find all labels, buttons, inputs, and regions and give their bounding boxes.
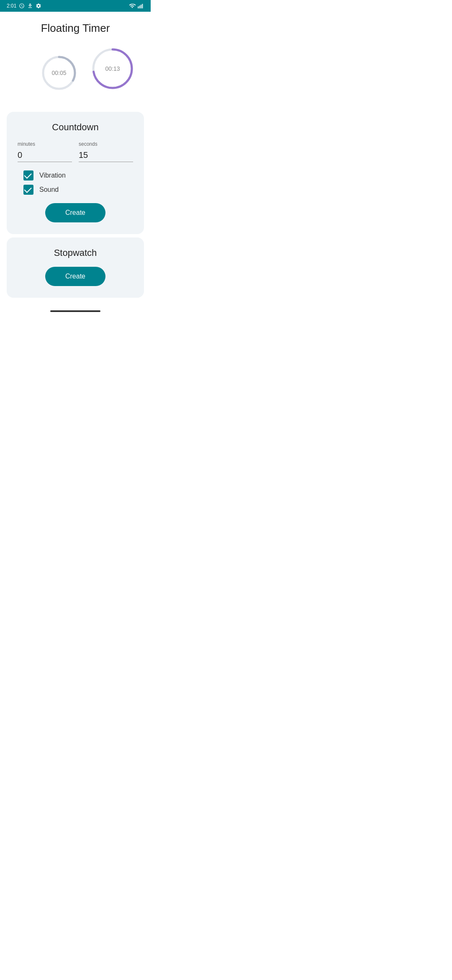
sound-checkbox[interactable] — [23, 185, 33, 195]
vibration-checkbox[interactable] — [23, 170, 33, 181]
minutes-group: minutes — [18, 141, 72, 162]
sound-label: Sound — [39, 186, 59, 193]
timers-area: 00:05 00:13 — [7, 41, 144, 108]
page-title: Floating Timer — [0, 12, 151, 41]
status-left: 2:01 — [7, 3, 41, 9]
vibration-row: Vibration — [23, 170, 127, 181]
wifi-icon — [129, 3, 136, 9]
svg-rect-0 — [138, 6, 139, 8]
stopwatch-card: Stopwatch Create — [7, 237, 144, 298]
home-indicator — [50, 310, 100, 312]
seconds-group: seconds — [79, 141, 133, 162]
countdown-create-button[interactable]: Create — [45, 203, 105, 222]
download-icon — [27, 3, 33, 9]
status-right — [129, 3, 144, 9]
signal-icon — [137, 3, 144, 9]
svg-rect-2 — [141, 5, 141, 8]
bottom-nav-bar — [0, 306, 151, 316]
seconds-label: seconds — [79, 141, 133, 147]
timer-small-label: 00:05 — [51, 70, 66, 76]
time-display: 2:01 — [7, 3, 16, 9]
svg-rect-3 — [142, 4, 143, 8]
countdown-title: Countdown — [15, 122, 136, 133]
timer-small[interactable]: 00:05 — [40, 54, 78, 92]
timer-large-label: 00:13 — [105, 65, 120, 72]
status-bar: 2:01 — [0, 0, 151, 12]
minutes-input[interactable] — [18, 149, 72, 162]
seconds-input[interactable] — [79, 149, 133, 162]
stopwatch-create-button[interactable]: Create — [45, 267, 105, 286]
minutes-label: minutes — [18, 141, 72, 147]
svg-rect-1 — [139, 5, 140, 8]
alarm-icon — [19, 3, 25, 9]
settings-icon — [36, 3, 41, 9]
countdown-card: Countdown minutes seconds Vibration Soun… — [7, 112, 144, 234]
vibration-label: Vibration — [39, 172, 66, 179]
stopwatch-title: Stopwatch — [15, 248, 136, 258]
timer-large[interactable]: 00:13 — [90, 46, 136, 92]
time-input-row: minutes seconds — [15, 141, 136, 162]
sound-row: Sound — [23, 185, 127, 195]
